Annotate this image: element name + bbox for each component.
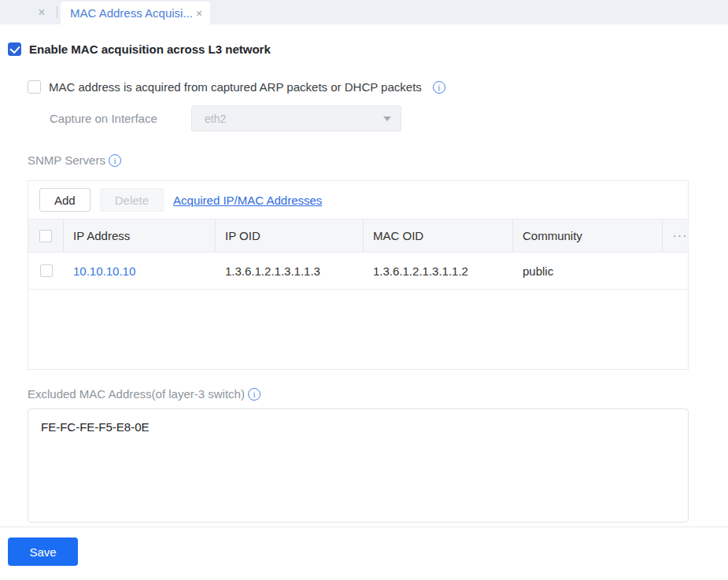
more-columns-icon[interactable]: ···	[663, 220, 688, 252]
tab-bar: × MAC Address Acquisi... ×	[0, 0, 728, 24]
chevron-down-icon	[383, 116, 391, 121]
row-checkbox[interactable]	[40, 264, 53, 277]
acquired-ip-mac-link[interactable]: Acquired IP/MAC Addresses	[173, 194, 322, 207]
row-select-cell	[28, 264, 64, 277]
column-header-community: Community	[513, 220, 663, 252]
snmp-servers-heading: SNMP Servers	[28, 153, 728, 167]
column-header-mac-oid: MAC OID	[364, 220, 513, 252]
tab-close-icon[interactable]: ×	[196, 7, 202, 20]
info-icon[interactable]	[109, 154, 121, 167]
excluded-mac-heading: Excluded MAC Address(of layer-3 switch)	[28, 387, 728, 401]
arp-dhcp-label: MAC address is acquired from captured AR…	[49, 80, 422, 94]
capture-interface-row: Capture on Interface eth2	[50, 105, 728, 131]
info-icon[interactable]	[248, 388, 261, 401]
tab-mac-address-acquisition[interactable]: MAC Address Acquisi... ×	[61, 2, 210, 24]
snmp-servers-panel: Add Delete Acquired IP/MAC Addresses IP …	[28, 180, 689, 370]
tab-label: MAC Address Acquisi...	[70, 6, 193, 20]
column-header-ip-oid: IP OID	[216, 220, 364, 252]
enable-mac-row: Enable MAC acquisition across L3 network	[8, 42, 728, 56]
enable-mac-label: Enable MAC acquisition across L3 network	[29, 42, 271, 56]
add-button[interactable]: Add	[39, 188, 91, 212]
snmp-toolbar: Add Delete Acquired IP/MAC Addresses	[28, 181, 688, 219]
arp-dhcp-checkbox[interactable]	[28, 80, 41, 94]
snmp-servers-label: SNMP Servers	[28, 153, 105, 167]
select-all-cell	[28, 220, 64, 252]
capture-interface-select[interactable]: eth2	[191, 105, 401, 131]
save-button[interactable]: Save	[8, 538, 78, 566]
excluded-mac-label: Excluded MAC Address(of layer-3 switch)	[28, 387, 245, 401]
capture-interface-value: eth2	[205, 113, 383, 125]
excluded-mac-textarea[interactable]: FE-FC-FE-F5-E8-0E	[28, 408, 689, 523]
row-community: public	[513, 264, 663, 278]
tab-separator	[57, 6, 57, 18]
arp-dhcp-row: MAC address is acquired from captured AR…	[28, 80, 728, 94]
close-icon[interactable]: ×	[30, 0, 54, 24]
row-ip-oid: 1.3.6.1.2.1.3.1.1.3	[216, 264, 364, 278]
table-row: 10.10.10.10 1.3.6.1.2.1.3.1.1.3 1.3.6.1.…	[28, 253, 688, 290]
capture-interface-label: Capture on Interface	[50, 112, 191, 125]
table-header: IP Address IP OID MAC OID Community ···	[28, 219, 688, 253]
info-icon[interactable]	[433, 81, 445, 94]
row-mac-oid: 1.3.6.1.2.1.3.1.1.2	[364, 264, 513, 278]
delete-button[interactable]: Delete	[100, 188, 164, 212]
row-ip-address-link[interactable]: 10.10.10.10	[73, 264, 135, 278]
page-content: Enable MAC acquisition across L3 network…	[0, 42, 728, 523]
enable-mac-checkbox[interactable]	[8, 42, 21, 56]
column-header-ip-address: IP Address	[64, 220, 216, 252]
select-all-checkbox[interactable]	[39, 230, 52, 242]
